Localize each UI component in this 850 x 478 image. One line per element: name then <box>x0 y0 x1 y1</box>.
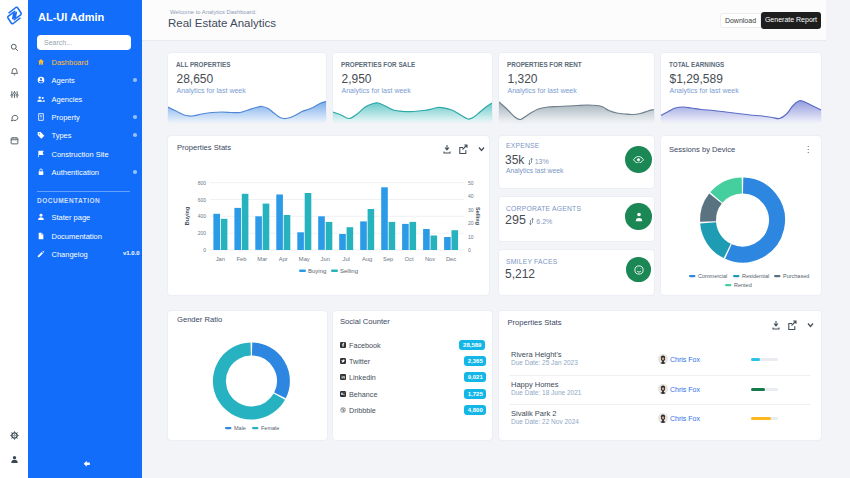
svg-text:Jul: Jul <box>342 256 349 262</box>
svg-text:Sep: Sep <box>383 256 393 262</box>
svg-text:Nov: Nov <box>425 256 435 262</box>
svg-text:0: 0 <box>203 247 206 253</box>
svg-text:Female: Female <box>261 425 279 431</box>
svg-text:40: 40 <box>468 193 474 199</box>
svg-text:50: 50 <box>468 180 474 186</box>
svg-text:10: 10 <box>468 234 474 240</box>
svg-text:Apr: Apr <box>279 256 288 262</box>
svg-text:Oct: Oct <box>405 256 414 262</box>
svg-text:Mar: Mar <box>257 256 267 262</box>
svg-text:Commercial: Commercial <box>698 273 727 279</box>
svg-text:Selling: Selling <box>340 268 358 274</box>
svg-text:May: May <box>299 256 310 262</box>
svg-text:30: 30 <box>468 207 474 213</box>
svg-text:Dec: Dec <box>446 256 456 262</box>
svg-text:Buying: Buying <box>308 268 326 274</box>
svg-text:Purchased: Purchased <box>783 273 809 279</box>
svg-text:Feb: Feb <box>236 256 246 262</box>
svg-text:Aug: Aug <box>362 256 372 262</box>
svg-text:800: 800 <box>198 180 207 186</box>
svg-text:20: 20 <box>468 220 474 226</box>
svg-text:Buying: Buying <box>184 207 190 226</box>
svg-text:Residential: Residential <box>742 273 769 279</box>
svg-text:Rented: Rented <box>734 282 752 288</box>
svg-text:400: 400 <box>198 213 207 219</box>
svg-text:600: 600 <box>198 197 207 203</box>
svg-text:Jan: Jan <box>216 256 225 262</box>
svg-text:0: 0 <box>468 247 471 253</box>
svg-text:Male: Male <box>234 425 246 431</box>
svg-text:Selling: Selling <box>475 207 481 225</box>
svg-text:200: 200 <box>198 230 207 236</box>
svg-text:Jun: Jun <box>321 256 330 262</box>
